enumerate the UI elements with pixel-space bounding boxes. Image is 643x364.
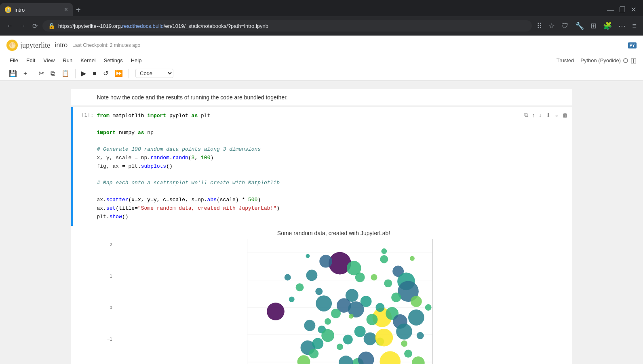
- svg-point-52: [381, 248, 387, 254]
- svg-point-59: [325, 318, 331, 325]
- notebook-content: Note how the code and the results of run…: [0, 81, 643, 364]
- svg-point-42: [312, 338, 323, 349]
- address-text: https://jupyterlite--1019.org.readthedoc…: [58, 23, 526, 29]
- svg-point-56: [295, 284, 304, 292]
- kernel-extra-icon: ◫: [630, 57, 637, 64]
- download-cell-button[interactable]: ⬇: [545, 110, 552, 120]
- svg-point-57: [289, 297, 294, 303]
- menu-edit[interactable]: Edit: [23, 56, 38, 65]
- text-cell-content: Note how the code and the results of run…: [97, 94, 288, 101]
- svg-point-62: [315, 288, 323, 295]
- copy-cell-button[interactable]: ⧉: [523, 110, 529, 120]
- code-editor[interactable]: from matplotlib import pyplot as plt imp…: [97, 107, 572, 226]
- reload-button[interactable]: ⟳: [31, 21, 39, 32]
- menu-run[interactable]: Run: [59, 56, 76, 65]
- output-cell: Some random data, created with JupyterLa…: [71, 226, 572, 364]
- maximize-button[interactable]: ❐: [618, 4, 627, 16]
- markdown-cell: Note how the code and the results of run…: [71, 89, 572, 105]
- logo-text: jupyterlite: [20, 41, 50, 50]
- trusted-label: Trusted: [557, 57, 574, 63]
- extensions-icon[interactable]: 🧩: [601, 20, 613, 32]
- minimize-button[interactable]: —: [605, 4, 616, 16]
- tools-icon[interactable]: 🔧: [573, 20, 586, 32]
- pocket-icon[interactable]: 🛡: [560, 20, 570, 32]
- menu-view[interactable]: View: [40, 56, 58, 65]
- svg-point-45: [404, 350, 412, 358]
- bookmark-star-icon[interactable]: ☆: [547, 20, 557, 32]
- svg-point-14: [371, 274, 377, 281]
- logo-icon: 🌕: [6, 40, 18, 51]
- svg-point-43: [309, 349, 318, 359]
- svg-point-55: [284, 274, 291, 281]
- copy-button[interactable]: ⧉: [48, 68, 57, 79]
- add-cell-button[interactable]: +: [21, 68, 30, 79]
- more-icon[interactable]: ⋯: [617, 20, 627, 32]
- menu-kernel[interactable]: Kernel: [77, 56, 99, 65]
- toolbar-separator-2: [75, 69, 76, 78]
- restart-run-button[interactable]: ⏩: [112, 68, 125, 79]
- svg-point-39: [343, 335, 352, 345]
- menu-icon[interactable]: ≡: [630, 20, 638, 32]
- svg-point-33: [321, 329, 334, 342]
- py-badge: PY: [628, 42, 637, 48]
- scatter-plot: [247, 239, 433, 364]
- svg-point-29: [408, 309, 424, 326]
- svg-point-24: [331, 309, 341, 318]
- menu-file[interactable]: File: [6, 56, 21, 65]
- svg-point-40: [337, 344, 343, 350]
- cell-toolbar: ⧉ ↑ ↓ ⬇ ⬦ 🗑: [523, 110, 569, 120]
- notebook-title[interactable]: intro: [55, 42, 67, 49]
- checkpoint-status: Last Checkpoint: 2 minutes ago: [72, 42, 140, 48]
- plot-output: Some random data, created with JupyterLa…: [95, 226, 572, 364]
- svg-point-61: [425, 304, 431, 311]
- back-button[interactable]: ←: [5, 21, 15, 31]
- cell-execution-number: [1]:: [73, 107, 97, 226]
- tab-close-button[interactable]: ×: [64, 6, 68, 13]
- run-button[interactable]: ▶: [79, 68, 89, 79]
- tab-favicon: 🔬: [5, 6, 11, 13]
- grid-icon[interactable]: ⊞: [589, 20, 598, 32]
- save-button[interactable]: 💾: [6, 68, 19, 79]
- delete-cell-button[interactable]: 🗑: [561, 110, 569, 120]
- menu-help[interactable]: Help: [128, 56, 145, 65]
- svg-point-35: [363, 332, 376, 345]
- menu-settings[interactable]: Settings: [101, 56, 126, 65]
- svg-point-34: [354, 326, 365, 337]
- y-axis-labels: 2 1 0 −1 −2: [102, 239, 114, 364]
- active-tab[interactable]: 🔬 intro ×: [0, 3, 73, 16]
- svg-point-54: [409, 256, 414, 261]
- svg-point-18: [391, 293, 401, 303]
- lock-icon: 🔒: [48, 23, 55, 29]
- jupyter-logo: 🌕 jupyterlite: [6, 40, 50, 51]
- close-button[interactable]: ✕: [629, 4, 638, 16]
- move-down-button[interactable]: ↓: [538, 110, 543, 120]
- cut-button[interactable]: ✂: [36, 68, 46, 79]
- svg-point-53: [306, 254, 310, 258]
- code-cell[interactable]: ⧉ ↑ ↓ ⬇ ⬦ 🗑 [1]: from matplotlib import …: [71, 107, 572, 226]
- svg-point-17: [410, 296, 422, 307]
- paste-button[interactable]: 📋: [59, 68, 72, 79]
- svg-point-63: [375, 303, 384, 312]
- svg-point-9: [380, 255, 388, 263]
- plot-title: Some random data, created with JupyterLa…: [95, 226, 572, 239]
- move-up-button[interactable]: ↑: [531, 110, 536, 120]
- stop-button[interactable]: ■: [90, 68, 99, 79]
- kernel-info: Python (Pyodide) ◫: [580, 57, 637, 64]
- cell-type-selector[interactable]: Code Markdown Raw: [135, 69, 173, 78]
- apps-icon[interactable]: ⠿: [535, 20, 544, 32]
- tab-title: intro: [15, 7, 61, 13]
- svg-point-30: [267, 303, 285, 320]
- svg-point-44: [401, 341, 407, 347]
- svg-point-23: [316, 296, 332, 312]
- format-cell-button[interactable]: ⬦: [554, 110, 559, 120]
- svg-point-38: [396, 324, 412, 340]
- forward-button[interactable]: →: [18, 21, 27, 31]
- svg-point-13: [355, 273, 365, 282]
- svg-point-37: [375, 329, 393, 347]
- svg-point-15: [384, 280, 392, 288]
- new-tab-button[interactable]: +: [73, 5, 84, 15]
- notebook-toolbar: 💾 + ✂ ⧉ 📋 ▶ ■ ↺ ⏩ Code Markdown Raw: [0, 66, 643, 81]
- address-bar[interactable]: 🔒 https://jupyterlite--1019.org.readthed…: [42, 20, 532, 32]
- restart-button[interactable]: ↺: [101, 68, 111, 79]
- kernel-name: Python (Pyodide): [580, 57, 621, 63]
